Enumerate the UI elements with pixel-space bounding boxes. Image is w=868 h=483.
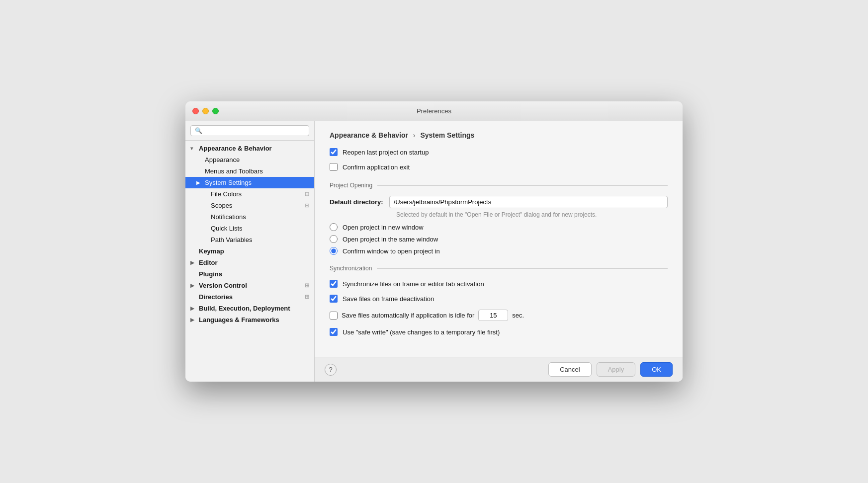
apply-button[interactable]: Apply [597,362,636,377]
breadcrumb-separator: › [413,131,416,139]
sidebar-item-editor[interactable]: ▶ Editor [185,257,314,268]
divider-line [377,268,668,269]
sync-files-checkbox[interactable] [330,280,338,288]
sidebar-item-path-variables[interactable]: Path Variables [185,234,314,245]
sidebar-item-label: Directories [199,293,233,301]
confirm-exit-checkbox[interactable] [330,163,338,171]
help-button[interactable]: ? [325,364,337,376]
sidebar-item-appearance[interactable]: Appearance [185,154,314,165]
radio-new-window-label: Open project in new window [343,224,424,231]
sidebar-item-label: Quick Lists [211,225,243,232]
main-content: Appearance & Behavior › System Settings … [315,121,683,357]
save-deactivation-row: Save files on frame deactivation [330,294,668,304]
copy-icon: ⊞ [305,294,309,300]
sidebar-item-notifications[interactable]: Notifications [185,211,314,223]
ok-button[interactable]: OK [640,362,673,377]
sidebar-item-label: Languages & Frameworks [199,316,279,323]
radio-same-window-label: Open project in the same window [343,236,438,243]
traffic-lights [192,108,219,114]
sidebar-item-label: Path Variables [211,236,253,243]
sidebar-item-label: Editor [199,259,218,266]
cancel-button[interactable]: Cancel [548,362,591,377]
sidebar-item-languages-frameworks[interactable]: ▶ Languages & Frameworks [185,314,314,325]
arrow-icon: ▶ [190,306,196,311]
radio-confirm-window-label: Confirm window to open project in [343,247,440,255]
project-opening-divider: Project Opening [330,182,668,189]
search-wrapper[interactable]: 🔍 [190,125,309,136]
radio-new-window-row: Open project in new window [330,223,668,231]
radio-new-window[interactable] [330,223,338,231]
arrow-icon: ▶ [190,283,196,288]
startup-section: Reopen last project on startup Confirm a… [330,147,668,172]
default-dir-row: Default directory: [330,196,668,208]
save-deactivation-label: Save files on frame deactivation [343,295,434,303]
copy-icon: ⊞ [305,191,309,197]
save-deactivation-checkbox[interactable] [330,295,338,303]
breadcrumb-current: System Settings [420,131,474,139]
sidebar-item-label: Appearance [205,156,240,163]
sidebar-item-plugins[interactable]: Plugins [185,268,314,280]
maximize-button[interactable] [212,108,219,114]
divider-line [377,185,668,186]
sidebar-item-label: Version Control [199,282,247,289]
save-idle-checkbox[interactable] [330,312,338,320]
confirm-exit-row: Confirm application exit [330,162,668,172]
sidebar-item-label: Appearance & Behavior [199,145,272,152]
sidebar-item-menus-toolbars[interactable]: Menus and Toolbars [185,165,314,177]
sidebar-item-label: Build, Execution, Deployment [199,305,290,312]
radio-same-window-row: Open project in the same window [330,235,668,243]
minimize-button[interactable] [202,108,209,114]
search-input[interactable] [205,127,305,134]
sidebar-tree: ▾ Appearance & Behavior Appearance Menus… [185,141,314,377]
sidebar-item-scopes[interactable]: Scopes ⊞ [185,200,314,211]
main-panel: Appearance & Behavior › System Settings … [315,121,683,382]
default-dir-input[interactable] [389,196,668,208]
search-box: 🔍 [185,121,314,141]
idle-value-input[interactable] [478,310,508,321]
sidebar-item-build-execution[interactable]: ▶ Build, Execution, Deployment [185,303,314,314]
sidebar-item-keymap[interactable]: Keymap [185,245,314,257]
arrow-icon: ▾ [190,146,196,151]
sidebar-item-system-settings[interactable]: ▶ System Settings [185,177,314,188]
window-content: 🔍 ▾ Appearance & Behavior Appearance [185,121,683,382]
sidebar-item-version-control[interactable]: ▶ Version Control ⊞ [185,280,314,291]
copy-icon: ⊞ [305,202,309,209]
sidebar-item-file-colors[interactable]: File Colors ⊞ [185,188,314,200]
idle-unit: sec. [512,312,524,319]
project-opening-section: Default directory: Selected by default i… [330,196,668,255]
bottom-bar: ? Cancel Apply OK [315,357,683,382]
window-title: Preferences [417,107,451,115]
arrow-icon: ▶ [196,180,202,185]
radio-confirm-window[interactable] [330,247,338,255]
button-group: Cancel Apply OK [548,362,673,377]
project-opening-label: Project Opening [330,182,372,189]
radio-same-window[interactable] [330,235,338,243]
default-dir-label: Default directory: [330,198,383,206]
sidebar-item-label: Notifications [211,213,246,221]
save-idle-row: Save files automatically if application … [330,309,668,322]
breadcrumb-section: Appearance & Behavior [330,131,408,139]
radio-confirm-window-row: Confirm window to open project in [330,247,668,255]
reopen-row: Reopen last project on startup [330,147,668,157]
copy-icon: ⊞ [305,282,309,289]
confirm-exit-label: Confirm application exit [343,163,410,171]
arrow-icon: ▶ [190,260,196,265]
arrow-icon: ▶ [190,317,196,322]
sidebar: 🔍 ▾ Appearance & Behavior Appearance [185,121,315,382]
close-button[interactable] [192,108,199,114]
sidebar-item-label: File Colors [211,190,242,198]
sidebar-item-appearance-behavior[interactable]: ▾ Appearance & Behavior [185,143,314,154]
safe-write-label: Use "safe write" (save changes to a temp… [343,328,500,336]
sidebar-item-directories[interactable]: Directories ⊞ [185,291,314,303]
sidebar-item-label: Plugins [199,270,222,278]
safe-write-checkbox[interactable] [330,328,338,336]
sidebar-item-quick-lists[interactable]: Quick Lists [185,223,314,234]
sidebar-item-label: System Settings [205,179,252,186]
save-idle-label: Save files automatically if application … [342,312,474,319]
synchronization-divider: Synchronization [330,265,668,272]
sync-files-label: Synchronize files on frame or editor tab… [343,280,484,288]
reopen-label: Reopen last project on startup [343,149,429,156]
breadcrumb: Appearance & Behavior › System Settings [330,131,668,139]
reopen-checkbox[interactable] [330,148,338,156]
safe-write-row: Use "safe write" (save changes to a temp… [330,327,668,337]
